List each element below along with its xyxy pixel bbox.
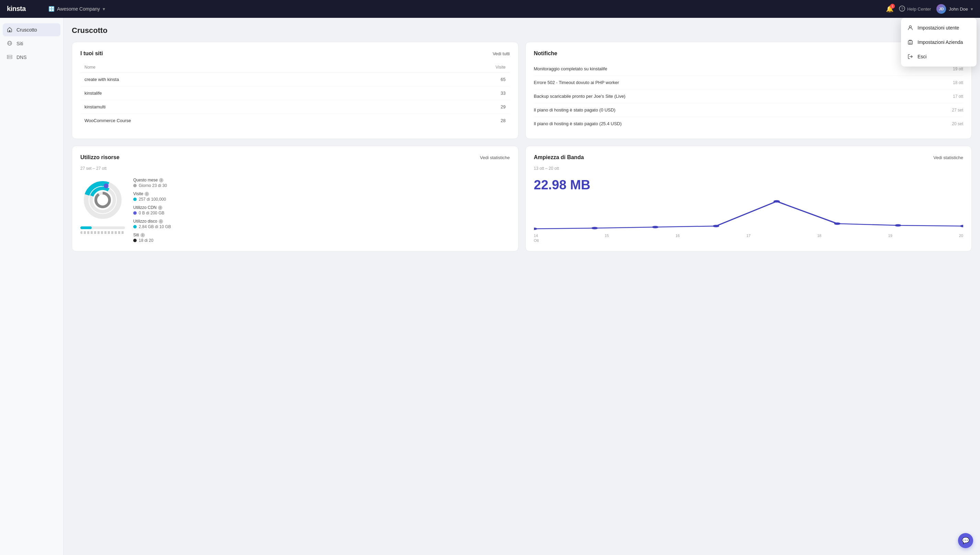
dropdown-user-settings-label: Impostazioni utente bbox=[917, 25, 959, 30]
dropdown-logout[interactable]: Esci bbox=[901, 50, 977, 64]
user-dropdown-menu: Impostazioni utente Impostazioni Azienda… bbox=[901, 18, 977, 67]
svg-rect-12 bbox=[911, 43, 911, 44]
svg-rect-11 bbox=[909, 43, 910, 44]
svg-rect-10 bbox=[911, 42, 911, 43]
dropdown-company-settings-label: Impostazioni Azienda bbox=[917, 39, 963, 45]
dropdown-overlay[interactable] bbox=[0, 0, 980, 555]
logout-icon bbox=[907, 53, 913, 60]
building-icon bbox=[907, 39, 913, 45]
dropdown-logout-label: Esci bbox=[917, 54, 927, 59]
person-icon bbox=[907, 25, 913, 31]
dropdown-company-settings[interactable]: Impostazioni Azienda bbox=[901, 35, 977, 50]
svg-rect-8 bbox=[908, 41, 912, 44]
dropdown-user-settings[interactable]: Impostazioni utente bbox=[901, 21, 977, 35]
svg-rect-9 bbox=[909, 42, 910, 43]
svg-point-7 bbox=[909, 26, 911, 28]
